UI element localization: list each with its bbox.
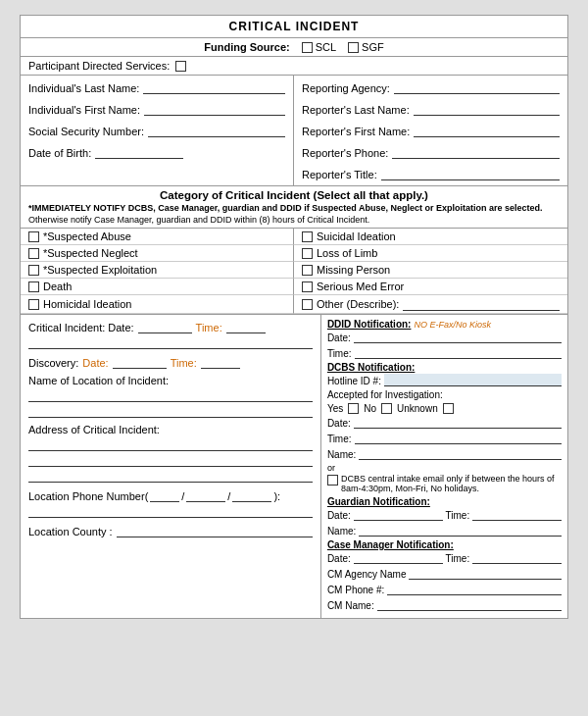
category-note1: *IMMEDIATELY NOTIFY DCBS, Case Manager, … xyxy=(28,203,560,213)
critical-date-input[interactable] xyxy=(138,320,192,333)
dcbs-date-input[interactable] xyxy=(354,416,562,429)
hotline-input[interactable] xyxy=(384,374,562,386)
no-label: No xyxy=(364,403,376,414)
ssn-label: Social Security Number: xyxy=(28,126,144,137)
cm-header: Case Manager Notification: xyxy=(327,539,562,550)
dcbs-time-input[interactable] xyxy=(355,432,562,444)
serious-med-error-checkbox[interactable] xyxy=(302,281,313,292)
suspected-neglect-checkbox[interactable] xyxy=(28,248,39,259)
loss-of-limb-checkbox[interactable] xyxy=(302,248,313,259)
location-name-row: Name of Location of Incident: xyxy=(28,375,313,418)
phone-input-full[interactable] xyxy=(28,504,313,518)
cm-phone-input[interactable] xyxy=(387,583,562,595)
reporting-agency-label: Reporting Agency: xyxy=(302,82,390,94)
ddid-date-input[interactable] xyxy=(354,331,562,343)
phone-number-input[interactable] xyxy=(232,488,271,502)
dob-input[interactable] xyxy=(95,145,183,159)
phone-separator: / xyxy=(181,490,184,502)
individual-reporting-section: Individual's Last Name: Individual's Fir… xyxy=(21,76,567,186)
suspected-exploitation-checkbox[interactable] xyxy=(28,265,39,276)
suspected-exploitation-label: *Suspected Exploitation xyxy=(43,264,157,276)
guardian-time-input[interactable] xyxy=(472,508,562,521)
guardian-date-input[interactable] xyxy=(354,508,443,521)
no-checkbox[interactable] xyxy=(381,403,392,414)
suspected-abuse-checkbox[interactable] xyxy=(28,231,39,242)
cm-time-input[interactable] xyxy=(472,551,562,564)
phone-area-input[interactable] xyxy=(150,488,179,502)
category-note2: Otherwise notify Case Manager, guardian … xyxy=(28,215,560,225)
other-describe-input[interactable] xyxy=(403,297,560,311)
ddid-date-row: Date: xyxy=(327,331,562,343)
last-name-label: Individual's Last Name: xyxy=(28,82,139,94)
dcbs-name-input[interactable] xyxy=(359,447,562,460)
discovery-row: Discovery: Date: Time: xyxy=(28,355,313,369)
dob-label: Date of Birth: xyxy=(28,147,91,159)
critical-time-input[interactable] xyxy=(226,320,266,333)
death-checkbox[interactable] xyxy=(28,281,39,292)
incident-type-grid: *Suspected Abuse Suicidal Ideation *Susp… xyxy=(21,229,567,315)
incident-details-col: Critical Incident: Date: Time: Discovery… xyxy=(21,315,321,618)
scl-checkbox[interactable] xyxy=(302,42,313,53)
reporter-title-input[interactable] xyxy=(381,167,560,180)
homicidal-ideation-checkbox[interactable] xyxy=(28,299,39,310)
discovery-date-input[interactable] xyxy=(113,355,167,369)
sgf-checkbox[interactable] xyxy=(348,42,359,53)
guardian-name-input[interactable] xyxy=(359,524,562,537)
suspected-abuse-label: *Suspected Abuse xyxy=(43,230,131,242)
phone-row: Location Phone Number( / / ): xyxy=(28,488,313,518)
critical-time-label: Time: xyxy=(196,322,222,333)
cm-name-label: CM Name: xyxy=(327,600,374,611)
guardian-header: Guardian Notification: xyxy=(327,496,562,507)
reporting-agency-input[interactable] xyxy=(394,80,560,94)
ddid-time-input[interactable] xyxy=(355,346,562,359)
guardian-name-row: Name: xyxy=(327,524,562,537)
yes-checkbox[interactable] xyxy=(348,403,359,414)
address-input1[interactable] xyxy=(28,437,313,451)
reporting-agency-row: Reporting Agency: xyxy=(302,80,560,94)
reporter-phone-input[interactable] xyxy=(392,145,560,159)
reporter-last-row: Reporter's Last Name: xyxy=(302,102,560,116)
other-checkbox[interactable] xyxy=(302,299,313,310)
participant-checkbox[interactable] xyxy=(175,61,186,72)
suspected-abuse-cell: *Suspected Abuse xyxy=(21,229,294,245)
individual-info-col: Individual's Last Name: Individual's Fir… xyxy=(21,76,294,185)
first-name-label: Individual's First Name: xyxy=(28,104,140,116)
phone-prefix-input[interactable] xyxy=(186,488,225,502)
location-name-label: Name of Location of Incident: xyxy=(28,375,313,386)
first-name-input[interactable] xyxy=(144,102,285,116)
location-name-input[interactable] xyxy=(28,388,313,402)
reporter-first-input[interactable] xyxy=(414,124,560,137)
address-label: Address of Critical Incident: xyxy=(28,424,313,435)
cm-name-input[interactable] xyxy=(377,598,562,611)
guardian-name-label: Name: xyxy=(327,526,356,537)
suspected-neglect-label: *Suspected Neglect xyxy=(43,247,138,259)
notification-col: DDID Notification: NO E-Fax/No Kiosk Dat… xyxy=(321,315,567,618)
ddid-time-label: Time: xyxy=(327,348,352,359)
location-name-input2[interactable] xyxy=(28,404,313,418)
form-title: CRITICAL INCIDENT xyxy=(21,16,567,38)
reporter-last-input[interactable] xyxy=(414,102,560,116)
critical-date-label: Critical Incident: Date: xyxy=(28,322,134,333)
suicidal-ideation-checkbox[interactable] xyxy=(302,231,313,242)
hotline-label: Hotline ID #: xyxy=(327,376,381,386)
missing-person-checkbox[interactable] xyxy=(302,265,313,276)
discovery-label: Discovery: xyxy=(28,357,78,369)
ssn-input[interactable] xyxy=(148,124,285,137)
address-input2[interactable] xyxy=(28,453,313,467)
reporter-phone-label: Reporter's Phone: xyxy=(302,147,388,159)
county-input[interactable] xyxy=(117,524,313,537)
unknown-checkbox[interactable] xyxy=(443,403,454,414)
address-input3[interactable] xyxy=(28,469,313,483)
cm-date-input[interactable] xyxy=(354,551,443,564)
cm-agency-row: CM Agency Name xyxy=(327,567,562,580)
last-name-input[interactable] xyxy=(143,80,285,94)
ddid-note: NO E-Fax/No Kiosk xyxy=(414,320,491,330)
dcbs-email-checkbox[interactable] xyxy=(327,475,338,486)
ddid-label: DDID Notification: xyxy=(327,319,412,330)
loss-of-limb-cell: Loss of Limb xyxy=(294,245,567,262)
scl-label: SCL xyxy=(316,41,336,53)
first-name-row: Individual's First Name: xyxy=(28,102,285,116)
cm-agency-input[interactable] xyxy=(409,567,562,580)
discovery-time-input[interactable] xyxy=(201,355,240,369)
suspected-neglect-cell: *Suspected Neglect xyxy=(21,245,294,262)
